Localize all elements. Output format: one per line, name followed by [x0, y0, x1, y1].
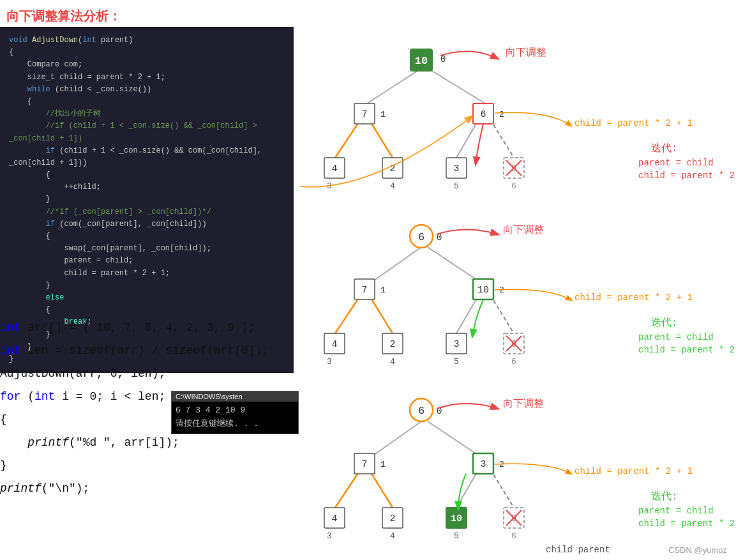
- svg-text:7: 7: [361, 109, 367, 120]
- terminal-window: C:\WINDOWS\systen 6 7 3 4 2 10 9 请按任意键继续…: [171, 391, 299, 434]
- svg-text:向下调整: 向下调整: [503, 225, 544, 236]
- svg-line-39: [490, 295, 514, 333]
- svg-line-71: [369, 469, 393, 508]
- svg-text:child = parent * 2 + 1: child = parent * 2 + 1: [575, 118, 693, 128]
- svg-text:6: 6: [418, 405, 424, 417]
- svg-text:2: 2: [389, 339, 395, 350]
- code-line-2: int len = sizeof(arr) / sizeof(arr[0]);: [0, 339, 269, 362]
- svg-text:2: 2: [389, 513, 395, 524]
- terminal-body: 6 7 3 4 2 10 9 请按任意键继续. . .: [172, 402, 298, 434]
- svg-text:3: 3: [453, 339, 459, 350]
- svg-text:6: 6: [480, 109, 486, 120]
- svg-line-36: [335, 295, 361, 333]
- svg-text:6: 6: [511, 181, 516, 191]
- svg-text:parent = child: parent = child: [638, 158, 714, 168]
- svg-text:4: 4: [331, 163, 337, 174]
- svg-text:child = parent * 2 + 1: child = parent * 2 + 1: [575, 466, 693, 476]
- svg-text:child = parent * 2 + 1: child = parent * 2 + 1: [638, 345, 736, 355]
- terminal-line-2: 请按任意键继续. . .: [176, 418, 294, 431]
- svg-text:10: 10: [477, 285, 489, 296]
- svg-text:3: 3: [327, 531, 332, 541]
- terminal-title: C:\WINDOWS\systen: [172, 391, 298, 402]
- page-title: 向下调整算法分析：: [6, 8, 121, 25]
- svg-text:2: 2: [499, 460, 504, 469]
- svg-line-5: [490, 119, 514, 158]
- svg-text:向下调整: 向下调整: [503, 398, 544, 410]
- svg-text:5: 5: [454, 531, 459, 541]
- svg-text:4: 4: [390, 531, 395, 541]
- svg-line-1: [428, 68, 485, 103]
- svg-text:child parent: child parent: [546, 545, 610, 555]
- svg-line-70: [335, 469, 361, 508]
- svg-text:4: 4: [390, 181, 395, 191]
- svg-text:4: 4: [331, 339, 337, 350]
- trees-area: 10 0 7 1 6 2 4 3 2 4 3 5 9 6 向下调整 child …: [294, 27, 736, 560]
- svg-line-2: [335, 119, 361, 158]
- svg-text:6: 6: [511, 357, 516, 367]
- svg-text:child = parent * 2 + 1: child = parent * 2 + 1: [638, 518, 736, 529]
- svg-text:2: 2: [499, 110, 504, 119]
- code-line-8: printf("\n");: [0, 477, 269, 500]
- svg-text:迭代:: 迭代:: [651, 317, 678, 329]
- svg-text:parent = child: parent = child: [638, 506, 714, 516]
- svg-text:6: 6: [418, 231, 424, 243]
- svg-text:10: 10: [451, 513, 462, 524]
- code-line-6: printf("%d ", arr[i]);: [0, 431, 269, 454]
- svg-line-37: [369, 295, 393, 333]
- svg-text:3: 3: [327, 357, 332, 367]
- svg-text:1: 1: [380, 110, 386, 119]
- watermark: CSDN @yumoz: [668, 545, 727, 555]
- terminal-line-1: 6 7 3 4 2 10 9: [176, 404, 294, 418]
- svg-text:5: 5: [454, 181, 459, 191]
- svg-text:6: 6: [511, 531, 516, 541]
- svg-text:child = parent * 2 + 1: child = parent * 2 + 1: [575, 292, 693, 303]
- svg-line-68: [367, 421, 421, 460]
- svg-line-34: [367, 247, 421, 285]
- svg-text:5: 5: [454, 357, 459, 367]
- svg-text:7: 7: [361, 459, 367, 470]
- code-line-1: int arr[] = { 10, 7, 6, 4, 2, 3, 9 };: [0, 316, 269, 339]
- svg-text:2: 2: [499, 285, 504, 295]
- svg-text:10: 10: [415, 55, 428, 67]
- svg-line-3: [369, 119, 393, 158]
- svg-line-73: [490, 469, 514, 508]
- svg-text:3: 3: [480, 459, 486, 470]
- trees-svg: 10 0 7 1 6 2 4 3 2 4 3 5 9 6 向下调整 child …: [294, 27, 736, 560]
- svg-text:7: 7: [361, 285, 367, 296]
- svg-text:向下调整: 向下调整: [506, 47, 546, 59]
- code-line-7: }: [0, 454, 269, 477]
- svg-text:迭代:: 迭代:: [651, 142, 678, 155]
- svg-line-38: [456, 295, 479, 333]
- svg-text:3: 3: [453, 163, 459, 174]
- svg-text:1: 1: [380, 285, 386, 295]
- svg-text:4: 4: [331, 513, 337, 524]
- svg-text:parent = child: parent = child: [638, 332, 714, 342]
- svg-text:child = parent * 2 + 1: child = parent * 2 + 1: [638, 170, 736, 181]
- svg-text:4: 4: [390, 357, 395, 367]
- svg-line-72: [456, 469, 479, 508]
- svg-text:迭代:: 迭代:: [651, 490, 678, 503]
- svg-line-0: [367, 68, 421, 103]
- code-line-3: AdjustDown(arr, 0, len);: [0, 362, 269, 385]
- svg-text:1: 1: [380, 460, 386, 469]
